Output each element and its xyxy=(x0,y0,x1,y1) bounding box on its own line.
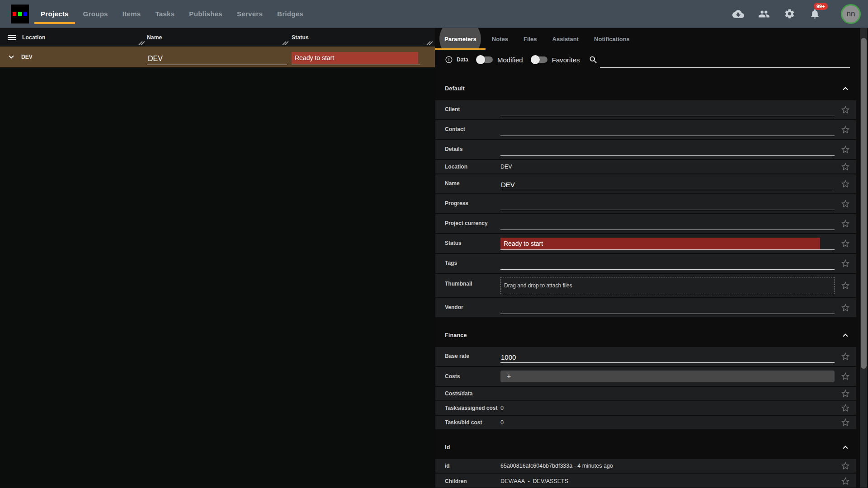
notifications-bell-icon[interactable]: 99+ xyxy=(809,8,821,19)
search-icon[interactable] xyxy=(589,55,598,65)
modified-toggle-label[interactable]: Modified xyxy=(497,56,523,64)
favorite-star-icon[interactable] xyxy=(835,389,856,399)
name-input[interactable]: DEV xyxy=(500,180,835,190)
favorite-star-icon[interactable] xyxy=(835,194,856,213)
section-title: Finance xyxy=(445,332,467,338)
top-app-bar: Projects Groups Items Tasks Publishes Se… xyxy=(0,0,868,28)
favorite-star-icon[interactable] xyxy=(835,371,856,381)
section-header-finance[interactable]: Finance xyxy=(435,324,856,347)
nav-tab-groups[interactable]: Groups xyxy=(76,0,115,28)
project-currency-input[interactable] xyxy=(500,220,835,230)
notification-count-badge: 99+ xyxy=(814,3,828,10)
favorite-star-icon[interactable] xyxy=(835,174,856,193)
panel-tab-assistant[interactable]: Assistant xyxy=(545,28,587,50)
favorite-star-icon[interactable] xyxy=(835,120,856,139)
param-label: Thumbnail xyxy=(435,274,500,287)
app-logo[interactable] xyxy=(11,5,29,23)
column-header-name[interactable]: Name xyxy=(147,28,291,47)
status-inline-field: Ready to start xyxy=(292,52,420,65)
location-readonly-value: DEV xyxy=(500,164,835,170)
panel-tab-notifications[interactable]: Notifications xyxy=(586,28,637,50)
panel-tab-files[interactable]: Files xyxy=(516,28,545,50)
param-label: Project currency xyxy=(435,214,500,233)
param-label: Costs xyxy=(435,373,500,380)
favorites-toggle-label[interactable]: Favorites xyxy=(552,56,580,64)
expand-chevron-down-icon[interactable] xyxy=(6,52,16,62)
favorite-star-icon[interactable] xyxy=(835,140,856,159)
status-select[interactable]: Ready to start xyxy=(500,238,820,249)
project-row-dev[interactable]: DEV DEV Ready to start xyxy=(0,47,435,67)
favorites-toggle[interactable] xyxy=(532,56,547,63)
section-header-default[interactable]: Default xyxy=(435,77,856,100)
column-resize-handle[interactable] xyxy=(138,41,144,46)
tasks-bid-cost-value: 0 xyxy=(500,419,835,426)
base-rate-input[interactable]: 1000 xyxy=(500,353,835,363)
column-header-status[interactable]: Status xyxy=(291,28,435,47)
param-label: Name xyxy=(435,174,500,193)
main-nav: Projects Groups Items Tasks Publishes Se… xyxy=(33,0,311,28)
favorite-star-icon[interactable] xyxy=(835,298,856,317)
settings-gear-icon[interactable] xyxy=(784,8,795,19)
favorite-star-icon[interactable] xyxy=(835,418,856,427)
data-info-icon[interactable] xyxy=(445,56,453,64)
column-resize-handle[interactable] xyxy=(426,41,432,46)
progress-input[interactable] xyxy=(500,200,835,210)
param-row-details: Details xyxy=(435,140,856,159)
favorite-star-icon[interactable] xyxy=(835,347,856,366)
param-row-progress: Progress xyxy=(435,194,856,213)
thumbnail-dropzone[interactable]: Drag and drop to attach files xyxy=(500,277,835,294)
table-menu-icon[interactable] xyxy=(6,32,17,43)
favorite-star-icon[interactable] xyxy=(835,234,856,253)
vendor-input[interactable] xyxy=(500,304,835,314)
panel-scrollbar-track[interactable] xyxy=(860,28,867,488)
main-split: Location Name Status DEV DEV Read xyxy=(0,28,868,488)
add-cost-button[interactable]: + xyxy=(500,371,835,382)
param-row-base-rate: Base rate 1000 xyxy=(435,347,856,366)
param-row-tasks-bid-cost: Tasks/bid cost 0 xyxy=(435,416,856,429)
contact-input[interactable] xyxy=(500,126,835,136)
favorite-star-icon[interactable] xyxy=(835,214,856,233)
param-label: Location xyxy=(435,164,500,170)
parameters-filter-bar: Data Modified Favorites xyxy=(435,50,868,70)
section-header-id[interactable]: Id xyxy=(435,436,856,459)
param-row-tasks-assigned-cost: Tasks/assigned cost 0 xyxy=(435,401,856,415)
client-input[interactable] xyxy=(500,106,835,116)
column-header-location[interactable]: Location xyxy=(0,28,147,47)
data-filter-label[interactable]: Data xyxy=(457,56,468,63)
favorite-star-icon[interactable] xyxy=(835,403,856,413)
modified-toggle[interactable] xyxy=(477,56,493,63)
favorite-star-icon[interactable] xyxy=(835,281,856,291)
name-inline-input[interactable]: DEV xyxy=(147,55,287,65)
nav-tab-servers[interactable]: Servers xyxy=(230,0,270,28)
parameter-search-input[interactable] xyxy=(600,58,850,68)
details-input[interactable] xyxy=(500,146,835,156)
nav-tab-projects[interactable]: Projects xyxy=(33,0,76,28)
param-label: id xyxy=(435,463,500,469)
param-label: Tags xyxy=(435,254,500,273)
nav-tab-items[interactable]: Items xyxy=(115,0,148,28)
users-icon[interactable] xyxy=(758,8,770,20)
param-row-location: Location DEV xyxy=(435,160,856,174)
topbar-actions: 99+ nn xyxy=(732,4,861,24)
column-resize-handle[interactable] xyxy=(282,41,288,46)
collapse-chevron-up-icon[interactable] xyxy=(835,442,856,452)
panel-tab-parameters[interactable]: Parameters xyxy=(437,28,484,50)
cloud-download-icon[interactable] xyxy=(732,8,744,20)
section-title: Id xyxy=(445,444,450,450)
favorite-star-icon[interactable] xyxy=(835,461,856,471)
favorite-star-icon[interactable] xyxy=(835,100,856,119)
nav-tab-tasks[interactable]: Tasks xyxy=(148,0,182,28)
nav-tab-publishes[interactable]: Publishes xyxy=(182,0,230,28)
favorite-star-icon[interactable] xyxy=(835,254,856,273)
status-value[interactable]: Ready to start xyxy=(292,52,418,64)
tags-input[interactable] xyxy=(500,260,835,270)
user-avatar[interactable]: nn xyxy=(841,4,861,24)
collapse-chevron-up-icon[interactable] xyxy=(835,330,856,340)
favorite-star-icon[interactable] xyxy=(835,476,856,486)
param-label: Details xyxy=(435,140,500,159)
panel-scrollbar-thumb[interactable] xyxy=(861,38,867,369)
collapse-chevron-up-icon[interactable] xyxy=(835,84,856,94)
nav-tab-bridges[interactable]: Bridges xyxy=(270,0,311,28)
favorite-star-icon[interactable] xyxy=(835,162,856,172)
panel-tab-notes[interactable]: Notes xyxy=(484,28,516,50)
